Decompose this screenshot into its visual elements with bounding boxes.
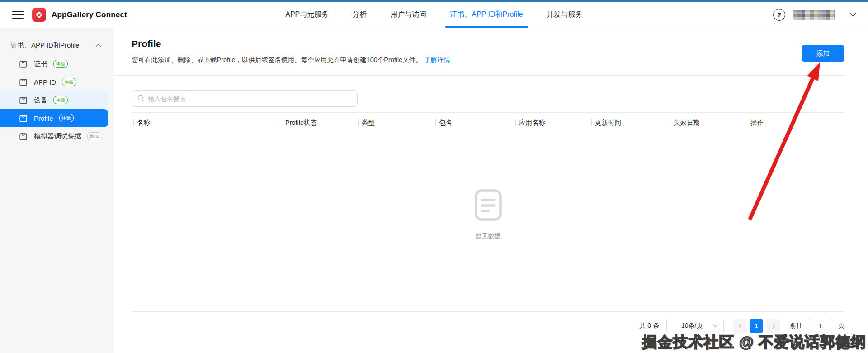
search-divider [132,112,844,113]
total-count-text: 共 0 条 [639,322,659,330]
sidebar-item-label: 设备 [34,96,47,105]
trial-badge: 体验 [53,60,68,68]
page-title: Profile [132,38,161,49]
primary-nav: APP与元服务 分析 用户与访问 证书、APP ID和Profile 开发与服务 [281,2,587,28]
nav-item-certificates-appid-profile[interactable]: 证书、APP ID和Profile [445,2,528,28]
top-navigation-bar: AppGallery Connect APP与元服务 分析 用户与访问 证书、A… [0,2,868,28]
sidebar-item-label: 证书 [34,60,47,68]
beta-badge: Beta [87,132,102,140]
goto-page-input[interactable] [808,319,832,333]
chevron-right-icon [772,324,775,329]
bag-icon [19,77,28,87]
search-icon [137,95,144,102]
empty-document-icon [474,189,502,221]
page-unit-label: 页 [838,322,844,330]
sidebar-item-certificates[interactable]: 证书 体验 [0,55,108,73]
bag-icon [19,59,28,69]
chevron-down-icon [713,324,718,328]
trial-badge: 体验 [59,114,74,122]
sidebar-item-label: 模拟器调试凭据 [34,132,81,141]
nav-item-app-services[interactable]: APP与元服务 [281,2,333,28]
hamburger-menu-icon[interactable] [12,11,24,19]
appgallery-connect-page: AppGallery Connect APP与元服务 分析 用户与访问 证书、A… [0,0,868,353]
header-divider [114,75,844,76]
nav-item-users-access[interactable]: 用户与访问 [386,2,431,28]
footer-divider [132,311,844,312]
sidebar-item-devices[interactable]: 设备 体验 [0,91,108,109]
sidebar-item-label: APP ID [34,78,56,86]
column-header-expiry-date: 失效日期 [670,119,747,126]
column-header-actions: 操作 [747,119,844,126]
help-icon[interactable]: ? [773,9,785,21]
trial-badge: 体验 [62,78,76,86]
trial-badge: 体验 [53,96,68,104]
page-size-value: 10条/页 [681,322,703,330]
column-header-profile-status: Profile状态 [282,119,358,126]
table-header-row: 名称 Profile状态 类型 包名 应用名称 更新时间 失效日期 操作 [133,119,844,126]
content-layout: 证书、APP ID和Profile 证书 体验 [0,28,868,353]
brand-title: AppGallery Connect [52,10,127,19]
chevron-down-icon[interactable] [849,13,856,17]
page-size-select[interactable]: 10条/页 [666,319,724,333]
goto-page-label: 前往 [790,322,802,330]
column-header-type: 类型 [358,119,435,126]
bag-icon [19,132,28,141]
learn-more-link[interactable]: 了解详情 [424,56,450,63]
add-button[interactable]: 添加 [802,45,844,62]
sidebar-group-title: 证书、APP ID和Profile [11,41,79,50]
column-header-update-time: 更新时间 [591,119,670,126]
sidebar-item-profile[interactable]: Profile 体验 [0,109,108,127]
page-description-text: 您可在此添加、删除、或下载Profile，以供后续签名使用。每个应用允许申请创建… [132,56,422,63]
topbar-right-cluster: ? [773,9,856,21]
empty-state: 暂无数据 [132,189,844,240]
column-header-package-name: 包名 [435,119,515,126]
bag-icon [19,95,28,105]
column-header-app-name: 应用名称 [515,119,591,126]
empty-state-text: 暂无数据 [132,232,844,240]
previous-page-button[interactable] [733,319,747,333]
column-header-name: 名称 [133,119,282,126]
pagination-bar: 共 0 条 10条/页 1 前 [639,319,844,333]
sidebar-item-app-id[interactable]: APP ID 体验 [0,73,108,91]
sidebar: 证书、APP ID和Profile 证书 体验 [0,28,114,353]
nav-item-analytics[interactable]: 分析 [348,2,371,28]
current-page-button[interactable]: 1 [750,319,763,333]
main-content: Profile 您可在此添加、删除、或下载Profile，以供后续签名使用。每个… [114,28,868,353]
chevron-up-icon [95,43,101,47]
search-box[interactable] [132,90,358,107]
bag-icon [19,114,28,123]
sidebar-group-header[interactable]: 证书、APP ID和Profile [0,37,114,54]
chevron-left-icon [739,324,742,329]
page-description: 您可在此添加、删除、或下载Profile，以供后续签名使用。每个应用允许申请创建… [132,56,450,64]
search-input[interactable] [148,95,352,102]
appgallery-logo-icon[interactable] [32,8,46,22]
nav-item-develop-services[interactable]: 开发与服务 [542,2,587,28]
next-page-button[interactable] [767,319,780,333]
account-name-redacted[interactable] [793,10,835,20]
sidebar-items: 证书 体验 APP ID 体验 设备 [0,55,114,145]
sidebar-item-emulator-credentials[interactable]: 模拟器调试凭据 Beta [0,127,108,145]
sidebar-item-label: Profile [34,114,53,122]
